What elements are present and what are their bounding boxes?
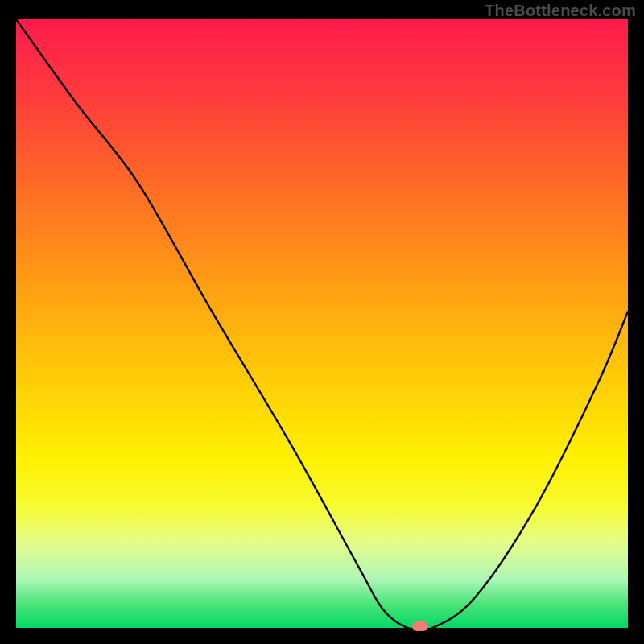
- curve-path: [16, 19, 628, 631]
- chart-frame: TheBottleneck.com: [0, 0, 644, 644]
- bottleneck-curve: [16, 19, 628, 628]
- plot-area: [16, 19, 628, 628]
- optimal-marker: [412, 621, 428, 631]
- watermark-text: TheBottleneck.com: [485, 2, 636, 20]
